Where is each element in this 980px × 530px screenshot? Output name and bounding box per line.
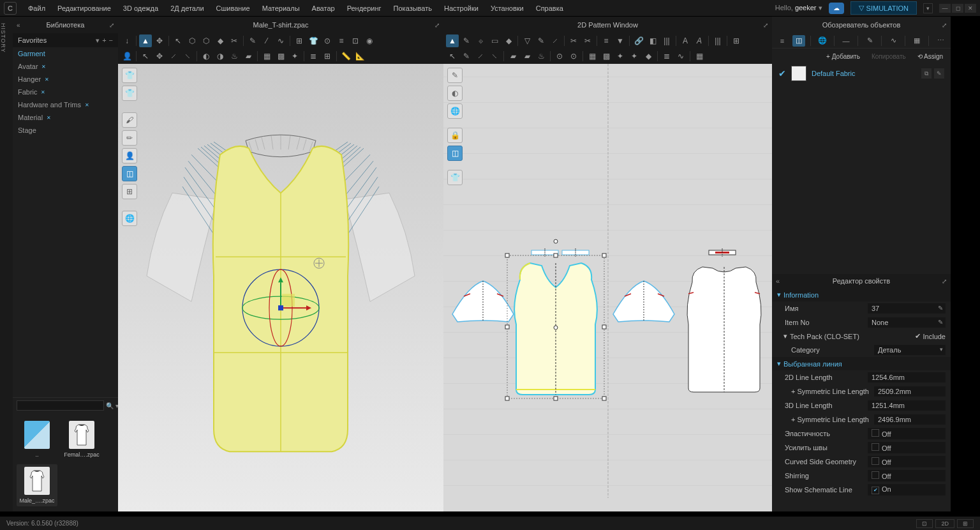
mode-pen-icon[interactable]: ✎ (863, 35, 876, 47)
tool2d-transform-icon[interactable]: ⟐ (474, 34, 487, 47)
expand-icon[interactable]: ⤢ (942, 278, 947, 285)
tool2d-text-icon[interactable]: A (679, 34, 692, 47)
mode-line-icon[interactable]: — (840, 35, 852, 47)
tool-garment-icon[interactable]: 👕 (307, 34, 320, 47)
tool2d-trace-icon[interactable]: ✎ (535, 34, 547, 47)
tool2d-wave-icon[interactable]: ∿ (674, 50, 687, 63)
menu-sewing[interactable]: Сшивание (211, 2, 255, 15)
tool2d-table-icon[interactable]: ⊞ (730, 34, 743, 47)
tool2d-shape-icon[interactable]: ◆ (502, 34, 515, 47)
tool-tape2-icon[interactable]: 📐 (353, 50, 366, 63)
tool-curve-icon[interactable]: ∿ (274, 34, 287, 47)
libitem-fabric[interactable]: Fabric✕ (13, 86, 118, 98)
libitem-hanger[interactable]: Hanger✕ (13, 73, 118, 86)
tool-measure-icon[interactable]: 📏 (339, 50, 352, 63)
cloud-icon[interactable]: ☁ (829, 3, 844, 14)
tool2d-notch-icon[interactable]: ▼ (614, 34, 627, 47)
libitem-hardware[interactable]: Hardware and Trims✕ (13, 98, 118, 111)
search-icon[interactable]: 🔍 (106, 402, 114, 409)
status-chip-3[interactable]: ⊞ (957, 519, 974, 528)
status-chip-1[interactable]: ⊡ (916, 519, 933, 528)
simulation-button[interactable]: ▽ SIMULATION (850, 1, 917, 15)
tool-button-icon[interactable]: ⊙ (321, 34, 334, 47)
tool2d-btn2-icon[interactable]: ⊙ (567, 50, 580, 63)
tool2d-sew2-icon[interactable]: ✎ (460, 50, 473, 63)
tool-fold-icon[interactable]: ◑ (214, 50, 226, 63)
tool-line-icon[interactable]: ∕ (260, 34, 273, 47)
libitem-material[interactable]: Material✕ (13, 111, 118, 124)
menu-rendering[interactable]: Рендеринг (342, 2, 387, 15)
tool2d-iron-icon[interactable]: ▰ (507, 50, 519, 63)
group-techpack[interactable]: ▾ Tech Pack (CLO-SET) ✔Include (772, 329, 951, 343)
tool-tape-icon[interactable]: ⊞ (293, 34, 306, 47)
view-shirt-icon[interactable]: 👕 (122, 68, 137, 83)
copy-icon[interactable]: ⧉ (921, 68, 932, 79)
tab-history[interactable]: HISTORY (0, 23, 6, 511)
window-minimize-icon[interactable]: — (939, 4, 951, 13)
tool2d-btn-icon[interactable]: ⊙ (553, 50, 566, 63)
mode-list-icon[interactable]: ≡ (776, 35, 789, 47)
canvas-3d[interactable]: 👕 👕 🖌 ✏ 👤 ◫ ⊞ 🌐 (118, 64, 443, 511)
tool2d-sew3-icon[interactable]: ⟋ (474, 50, 487, 63)
tool2d-tex-icon[interactable]: ▦ (586, 50, 598, 63)
tool2d-align-icon[interactable]: ||| (711, 34, 724, 47)
tool2d-cut-icon[interactable]: ✂ (581, 34, 594, 47)
mode-globe-icon[interactable]: 🌐 (816, 35, 829, 47)
tool-ruler-icon[interactable]: ⟍ (181, 50, 194, 63)
simulation-expand[interactable]: ▾ (923, 3, 933, 13)
libitem-garment[interactable]: Garment (13, 47, 118, 60)
tool-pen-icon[interactable]: ✎ (246, 34, 259, 47)
tool2d-steam-icon[interactable]: ♨ (535, 50, 547, 63)
view-shirt2-icon[interactable]: 👕 (122, 86, 137, 101)
library-search-input[interactable] (17, 400, 104, 411)
assign-button[interactable]: ⟲ Assign (914, 52, 947, 61)
tool-layer-icon[interactable]: ≣ (307, 50, 320, 63)
tool-amove-icon[interactable]: ✥ (153, 50, 166, 63)
window-maximize-icon[interactable]: ◻ (952, 4, 963, 13)
tool-move-icon[interactable]: ✥ (153, 34, 166, 47)
tool-iron-icon[interactable]: ▰ (242, 50, 255, 63)
menu-3dclothes[interactable]: 3D одежда (118, 2, 163, 15)
fabric-row[interactable]: ✔ Default Fabric ⧉✎ (772, 64, 951, 83)
menu-materials[interactable]: Материалы (257, 2, 305, 15)
tool2d-plaid-icon[interactable]: ▦ (693, 50, 706, 63)
mode-more-icon[interactable]: ⋯ (934, 35, 947, 47)
tool2d-seam-icon[interactable]: ✂ (567, 34, 580, 47)
menu-edit[interactable]: Редактирование (52, 2, 116, 15)
tool2d-layer-icon[interactable]: ≣ (660, 50, 673, 63)
save-icon[interactable]: ▾ (96, 36, 100, 45)
minus-icon[interactable]: − (109, 36, 113, 45)
tool2d-select-icon[interactable]: ▲ (446, 34, 459, 47)
tool-mesh-icon[interactable]: ⬡ (186, 34, 198, 47)
expand-icon[interactable]: ⤢ (942, 22, 947, 29)
tool2d-annot-icon[interactable]: A (693, 34, 706, 47)
tool-graphic-icon[interactable]: ✦ (288, 50, 301, 63)
tool2d-dart-icon[interactable]: ▽ (521, 34, 533, 47)
expand-icon[interactable]: ⤢ (434, 22, 440, 29)
canvas-2d[interactable]: ✎ ◐ 🌐 🔒 ◫ 👕 (443, 64, 772, 511)
fabric-swatch[interactable] (791, 66, 806, 81)
tool2d-rect-icon[interactable]: ▭ (488, 34, 501, 47)
tool2d-grade-icon[interactable]: ||| (660, 34, 673, 47)
tool-avatar-icon[interactable]: 👤 (121, 50, 133, 63)
tool-select-icon[interactable]: ▲ (139, 34, 152, 47)
tool-snap-icon[interactable]: ⊡ (349, 34, 362, 47)
tool-print-icon[interactable]: ▩ (274, 50, 287, 63)
add-button[interactable]: + Добавить (822, 52, 864, 61)
tool-wrap-icon[interactable]: ◐ (200, 50, 212, 63)
menu-show[interactable]: Показывать (389, 2, 437, 15)
group-selected-line[interactable]: ▾ Выбранная линия (772, 357, 951, 370)
tool-sim-icon[interactable]: ↓ (121, 34, 133, 47)
tool2d-edit-icon[interactable]: ✎ (460, 34, 473, 47)
tool2d-gfx2-icon[interactable]: ✦ (628, 50, 641, 63)
menu-2ddetails[interactable]: 2Д детали (165, 2, 209, 15)
tool2d-sew-icon[interactable]: ↖ (446, 50, 459, 63)
tshirt-3d-model[interactable] (134, 116, 427, 474)
tool2d-iron2-icon[interactable]: ▰ (521, 50, 533, 63)
mode-wave-icon[interactable]: ∿ (887, 35, 900, 47)
tool-bone-icon[interactable]: ⟋ (167, 50, 180, 63)
menu-file[interactable]: Файл (23, 2, 50, 15)
tool2d-fold-icon[interactable]: ⟋ (549, 34, 561, 47)
tool-shape-icon[interactable]: ◆ (214, 34, 226, 47)
tool2d-sym-icon[interactable]: ◧ (646, 34, 659, 47)
